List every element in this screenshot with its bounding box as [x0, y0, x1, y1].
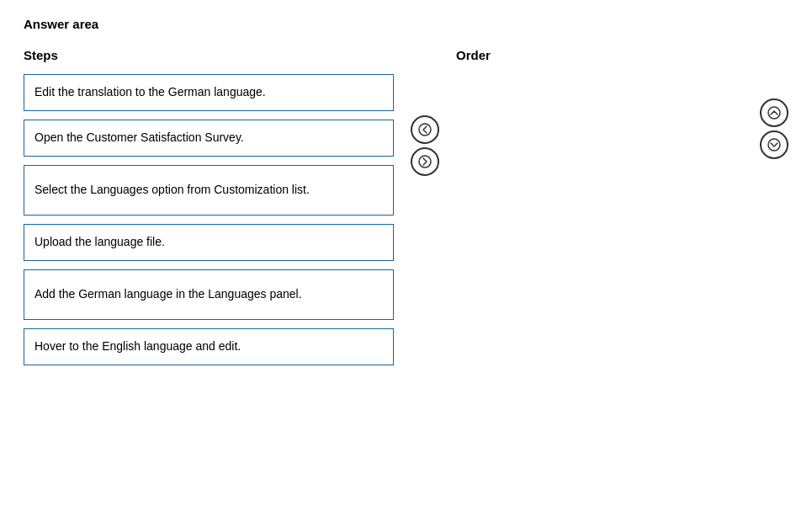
- transfer-arrows: [394, 115, 456, 176]
- answer-area: Answer area Steps Edit the translation t…: [0, 0, 812, 391]
- columns-wrapper: Steps Edit the translation to the German…: [24, 48, 788, 374]
- svg-point-0: [419, 124, 431, 136]
- svg-point-1: [419, 156, 431, 168]
- step-item-6[interactable]: Hover to the English language and edit.: [24, 328, 394, 365]
- svg-point-3: [768, 139, 780, 151]
- move-up-button[interactable]: [760, 98, 788, 127]
- move-right-button[interactable]: [411, 147, 439, 176]
- steps-header: Steps: [24, 48, 394, 62]
- move-down-button[interactable]: [760, 130, 788, 159]
- order-column: Order: [456, 48, 788, 74]
- step-item-2[interactable]: Open the Customer Satisfaction Survey.: [24, 120, 394, 157]
- answer-area-title: Answer area: [24, 17, 788, 31]
- move-left-button[interactable]: [411, 115, 439, 144]
- steps-column: Steps Edit the translation to the German…: [24, 48, 394, 374]
- step-item-3[interactable]: Select the Languages option from Customi…: [24, 165, 394, 216]
- order-header: Order: [456, 48, 788, 62]
- step-item-5[interactable]: Add the German language in the Languages…: [24, 269, 394, 320]
- step-item-4[interactable]: Upload the language file.: [24, 224, 394, 261]
- svg-point-2: [768, 107, 780, 119]
- step-item-1[interactable]: Edit the translation to the German langu…: [24, 74, 394, 111]
- order-arrows: [760, 98, 788, 159]
